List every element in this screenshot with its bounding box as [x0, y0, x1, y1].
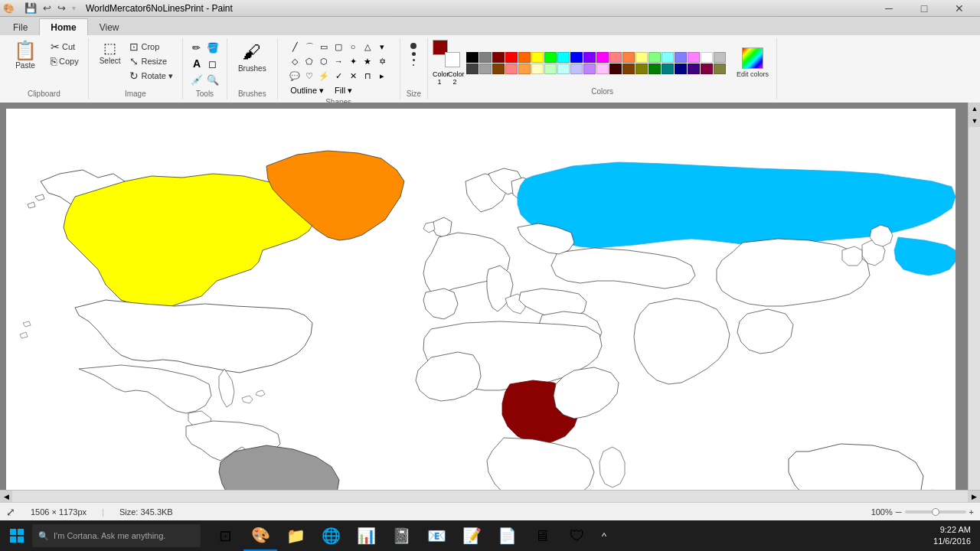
color-swatch-1-17[interactable]: [688, 64, 700, 74]
pentagon-shape[interactable]: ⬠: [302, 54, 316, 68]
star4-shape[interactable]: ✦: [346, 54, 360, 68]
cross-shape[interactable]: ✕: [346, 69, 360, 83]
explorer-taskbar[interactable]: 📁: [279, 520, 312, 551]
edit-colors-button[interactable]: Edit colors: [733, 46, 772, 80]
powerpoint-taskbar[interactable]: 📝: [455, 520, 488, 551]
color-swatch-0-1[interactable]: [479, 52, 492, 63]
color-swatch-1-4[interactable]: [518, 64, 531, 74]
start-button[interactable]: [3, 522, 31, 549]
color-swatch-1-1[interactable]: [479, 64, 492, 74]
diamond-shape[interactable]: ◇: [288, 54, 302, 68]
paint-taskbar[interactable]: 🎨: [243, 520, 277, 551]
color-swatch-1-14[interactable]: [648, 64, 661, 74]
cortana-search[interactable]: 🔍 I'm Cortana. Ask me anything.: [32, 524, 201, 547]
color-swatch-1-18[interactable]: [701, 64, 713, 74]
color-swatch-0-8[interactable]: [570, 52, 583, 63]
fill-dropdown[interactable]: Fill ▾: [332, 85, 354, 96]
excel-taskbar[interactable]: 📊: [349, 520, 383, 551]
outlook-taskbar[interactable]: 📧: [420, 520, 453, 551]
line-shape[interactable]: ╱: [288, 40, 302, 54]
undo-icon[interactable]: ↩: [41, 1, 54, 15]
size-dot-2[interactable]: [412, 52, 416, 56]
color-swatch-0-14[interactable]: [648, 52, 661, 63]
crop-button[interactable]: ⊡ Crop: [126, 40, 175, 54]
color-swatch-1-16[interactable]: [675, 64, 687, 74]
color-swatch-1-0[interactable]: [466, 64, 479, 74]
arrow-shape[interactable]: →: [332, 54, 345, 68]
pencil-tool[interactable]: ✏: [189, 40, 204, 55]
color-swatch-1-11[interactable]: [609, 64, 622, 74]
qa-dropdown[interactable]: ▾: [70, 2, 78, 14]
color2-box[interactable]: [445, 52, 460, 67]
check-shape[interactable]: ✓: [332, 69, 345, 83]
color-swatch-0-7[interactable]: [557, 52, 570, 63]
color-swatch-0-13[interactable]: [635, 52, 648, 63]
scroll-right[interactable]: ▶: [968, 491, 980, 503]
rect-shape[interactable]: ▭: [317, 40, 331, 54]
color-swatch-1-7[interactable]: [557, 64, 570, 74]
zoom-thumb[interactable]: [932, 508, 939, 516]
zoom-in-button[interactable]: +: [969, 507, 974, 517]
ellipse-shape[interactable]: ○: [346, 40, 360, 54]
resize-button[interactable]: ⤡ Resize: [126, 54, 175, 68]
color-swatch-1-2[interactable]: [492, 64, 505, 74]
text-tool[interactable]: A: [189, 56, 204, 71]
select-button[interactable]: ⬚ Select: [95, 40, 126, 67]
save-icon[interactable]: 💾: [22, 1, 39, 15]
size-dot-1[interactable]: [410, 43, 416, 49]
color-swatch-1-13[interactable]: [635, 64, 648, 74]
tab-view[interactable]: View: [88, 18, 131, 35]
picker-tool[interactable]: 💉: [189, 72, 204, 87]
color-swatch-0-5[interactable]: [531, 52, 544, 63]
color-swatch-0-12[interactable]: [622, 52, 635, 63]
fill-tool[interactable]: 🪣: [205, 40, 220, 55]
cut-button[interactable]: ✂ Cut: [47, 40, 82, 54]
color-swatch-1-12[interactable]: [622, 64, 635, 74]
redo-icon[interactable]: ↪: [55, 1, 68, 15]
color-swatch-0-11[interactable]: [609, 52, 622, 63]
zoom-out-button[interactable]: ─: [896, 507, 902, 517]
shapes-more[interactable]: ▾: [375, 40, 389, 54]
shapes-scroll[interactable]: ▸: [375, 69, 389, 83]
taskview-button[interactable]: ⊡: [208, 520, 242, 551]
tab-home[interactable]: Home: [39, 18, 87, 35]
star6-shape[interactable]: ✡: [375, 54, 389, 68]
tab-file[interactable]: File: [2, 18, 39, 35]
map-canvas[interactable]: [6, 109, 956, 502]
color-swatch-1-19[interactable]: [714, 64, 726, 74]
heart-shape[interactable]: ♡: [302, 69, 316, 83]
star5-shape[interactable]: ★: [361, 54, 374, 68]
hexagon-shape[interactable]: ⬡: [317, 54, 331, 68]
paste-button[interactable]: 📋 Paste: [6, 40, 44, 71]
outline-dropdown[interactable]: Outline ▾: [288, 85, 326, 96]
color-swatch-1-6[interactable]: [544, 64, 557, 74]
cylinder-shape[interactable]: ⊓: [361, 69, 374, 83]
color-swatch-0-17[interactable]: [688, 52, 700, 63]
rounded-rect-shape[interactable]: ▢: [332, 40, 345, 54]
color-swatch-0-0[interactable]: [466, 52, 479, 63]
rotate-button[interactable]: ↻ Rotate ▾: [126, 69, 175, 83]
onenote-taskbar[interactable]: 📓: [384, 520, 418, 551]
color-swatch-0-3[interactable]: [505, 52, 518, 63]
color-swatch-1-10[interactable]: [596, 64, 609, 74]
curve-shape[interactable]: ⌒: [302, 40, 316, 54]
word-taskbar[interactable]: 📄: [490, 520, 524, 551]
color-swatch-0-6[interactable]: [544, 52, 557, 63]
color-swatch-0-15[interactable]: [662, 52, 674, 63]
size-dot-4[interactable]: [413, 64, 414, 66]
antivirus-taskbar[interactable]: 🛡: [560, 520, 594, 551]
color-swatch-0-16[interactable]: [675, 52, 687, 63]
magnify-tool[interactable]: 🔍: [205, 72, 220, 87]
color-swatch-1-9[interactable]: [583, 64, 596, 74]
close-button[interactable]: ✕: [942, 0, 977, 17]
maximize-button[interactable]: □: [906, 0, 942, 17]
color-swatch-0-2[interactable]: [492, 52, 505, 63]
minimize-button[interactable]: ─: [871, 0, 906, 17]
eraser-tool[interactable]: ◻: [205, 56, 220, 71]
color-swatch-0-18[interactable]: [701, 52, 713, 63]
color-swatch-1-15[interactable]: [662, 64, 674, 74]
triangle-shape[interactable]: △: [361, 40, 374, 54]
color-swatch-0-9[interactable]: [583, 52, 596, 63]
color-swatch-0-10[interactable]: [596, 52, 609, 63]
color-swatch-1-3[interactable]: [505, 64, 518, 74]
